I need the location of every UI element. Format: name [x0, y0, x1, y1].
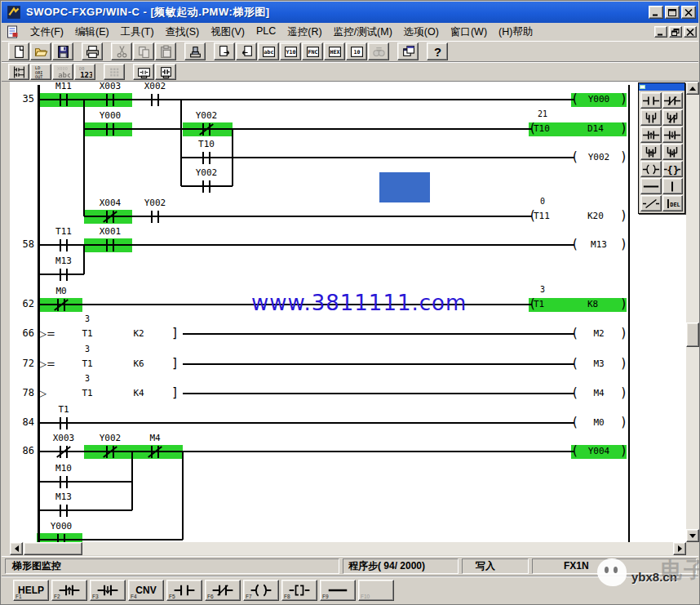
vertical-scrollbar[interactable] [686, 82, 699, 542]
help-button[interactable]: ? [427, 42, 448, 60]
contact-no-button[interactable] [640, 92, 662, 109]
contact-label[interactable]: Y000 [86, 110, 135, 122]
contact-label[interactable]: M13 [39, 256, 88, 267]
compare-constant[interactable]: K2 [124, 328, 153, 340]
print-button[interactable] [82, 42, 103, 60]
contact-label[interactable]: M13 [39, 492, 88, 503]
delete-horizontal-line-button[interactable] [640, 195, 662, 211]
menu-item[interactable]: 工具(T) [115, 23, 160, 42]
zoom-in-view-button[interactable] [236, 42, 257, 60]
contact-label[interactable]: X004 [86, 198, 135, 209]
coil-label[interactable]: M4 [574, 388, 623, 399]
cascade-windows-button[interactable] [397, 42, 419, 60]
restore-button[interactable] [669, 26, 682, 38]
function-instruction-button[interactable]: {} [662, 161, 684, 177]
fn-f7-button[interactable]: F7 [243, 580, 279, 601]
menu-item[interactable]: 监控/测试(M) [328, 23, 398, 42]
decimal-display-button[interactable]: 10 [346, 42, 367, 60]
contact-label[interactable]: X003 [86, 82, 135, 92]
coil-label[interactable]: Y004 [574, 446, 623, 457]
compare-constant[interactable]: K4 [124, 388, 153, 399]
fn-f9-button[interactable]: F9 [320, 580, 356, 601]
scroll-down-button[interactable] [686, 529, 699, 542]
compare-operator[interactable]: ▷= [38, 357, 55, 371]
contact-label[interactable]: X003 [39, 433, 88, 444]
close-button[interactable] [681, 6, 696, 19]
contact-label[interactable]: M11 [39, 82, 88, 92]
or-contact-pulse-rising-button[interactable] [640, 144, 662, 160]
compare-constant[interactable]: K6 [124, 358, 153, 370]
or-contact-no-button[interactable] [640, 109, 662, 126]
monitor-window-b-button[interactable] [155, 64, 176, 80]
contact-label[interactable]: X002 [131, 82, 179, 92]
save-file-button[interactable] [52, 42, 73, 60]
contact-label[interactable]: M0 [37, 286, 86, 297]
quick-print-button[interactable] [184, 42, 206, 60]
contact-label[interactable]: M4 [131, 433, 179, 444]
selection-cursor[interactable] [379, 172, 430, 202]
contact-label[interactable]: M10 [39, 463, 88, 474]
coil-operand[interactable]: D14 [587, 123, 620, 135]
compare-operator[interactable]: ▷= [38, 327, 55, 340]
contact-label[interactable]: X001 [86, 226, 135, 238]
scroll-up-button[interactable] [686, 82, 699, 95]
fn-f8-button[interactable]: F8 [281, 580, 317, 601]
compare-operand[interactable]: T1 [75, 328, 100, 340]
scroll-left-button[interactable] [10, 542, 23, 555]
coil-label[interactable]: M3 [574, 358, 623, 370]
compare-operator[interactable]: ▷ [38, 386, 47, 400]
maximize-button[interactable] [665, 6, 680, 19]
palette-titlebar[interactable] [639, 83, 684, 91]
contact-label[interactable]: T1 [39, 404, 88, 416]
palette-menu-icon[interactable] [640, 85, 645, 89]
contact-pulse-rising-button[interactable] [640, 127, 662, 143]
menu-item[interactable]: 窗口(W) [445, 23, 493, 42]
menu-item[interactable]: 遥控(R) [281, 23, 327, 42]
instruction-list-view-button[interactable]: LDORIOUT [30, 64, 51, 80]
horizontal-scroll-thumb[interactable] [24, 542, 82, 555]
vertical-line-button[interactable] [662, 178, 684, 194]
delete-vertical-line-button[interactable]: DEL [662, 195, 684, 211]
contact-label[interactable]: Y000 [37, 521, 86, 532]
contact-label[interactable]: T11 [39, 226, 88, 238]
compare-operand[interactable]: T1 [75, 358, 100, 370]
close-button[interactable] [684, 26, 697, 38]
contact-nc-button[interactable] [662, 92, 684, 109]
fn-f2-button[interactable]: F2 [51, 580, 87, 601]
fn-f5-button[interactable]: F5 [166, 580, 202, 601]
minimize-button[interactable] [654, 26, 667, 38]
menu-item[interactable]: 编辑(E) [69, 23, 115, 42]
contact-label[interactable]: Y002 [131, 198, 179, 209]
contact-label[interactable]: T10 [182, 139, 231, 150]
minimize-button[interactable] [649, 6, 663, 19]
coil-operand[interactable]: K8 [587, 299, 620, 310]
new-file-button[interactable] [8, 42, 29, 60]
ladder-view-button[interactable] [8, 64, 29, 80]
menu-item[interactable]: PLC [250, 23, 281, 42]
monitor-window-a-button[interactable] [133, 64, 154, 80]
hex-display-button[interactable]: HEX [324, 42, 345, 60]
fn-f1-button[interactable]: F1HELP [13, 580, 49, 601]
coil-label[interactable]: T1 [534, 299, 568, 310]
fnc-display-button[interactable]: FNC [302, 42, 323, 60]
coil-label[interactable]: T10 [534, 123, 568, 135]
coil-label[interactable]: Y000 [574, 94, 623, 105]
fn-f4-button[interactable]: F4CNV [128, 580, 164, 601]
comment-display-button[interactable]: abc [258, 42, 279, 60]
ladder-editor[interactable]: 3558626672788486M11X003X002Y000Y002T10Y0… [10, 82, 686, 542]
horizontal-line-button[interactable] [640, 178, 662, 194]
vertical-scroll-thumb[interactable] [686, 323, 699, 347]
contact-label[interactable]: Y002 [182, 167, 231, 179]
coil-label[interactable]: M2 [574, 328, 623, 340]
or-contact-nc-button[interactable] [662, 109, 684, 126]
scroll-right-button[interactable] [673, 542, 686, 555]
coil-label[interactable]: M0 [574, 417, 623, 429]
menu-item[interactable]: 文件(F) [24, 23, 69, 42]
coil-label[interactable]: T11 [534, 211, 568, 222]
coil-label[interactable]: M13 [574, 239, 623, 251]
contact-label[interactable]: Y002 [182, 110, 231, 122]
device-value-button[interactable]: D0123 [74, 64, 95, 80]
coil-label[interactable]: Y002 [574, 152, 623, 163]
zoom-out-view-button[interactable] [214, 42, 235, 60]
menu-item[interactable]: 选项(O) [398, 23, 445, 42]
